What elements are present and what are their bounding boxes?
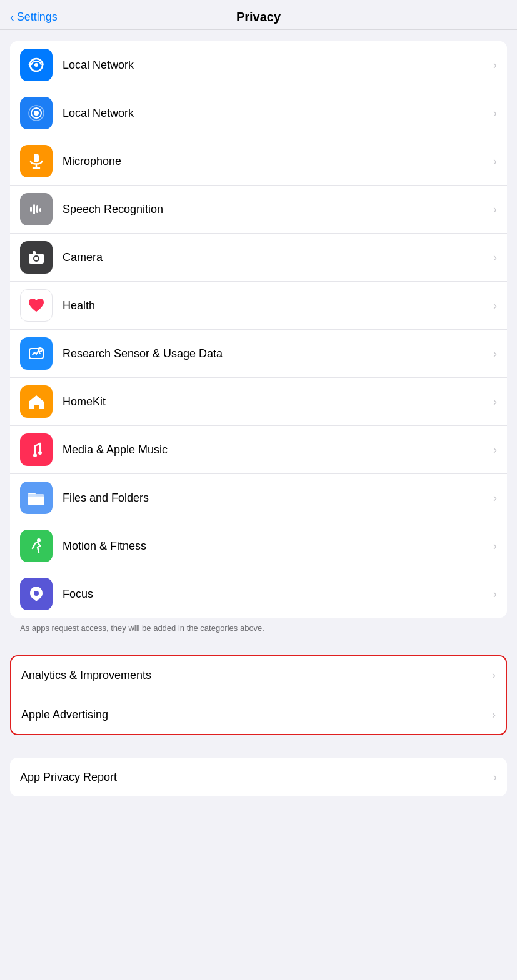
media-apple-music-chevron: › xyxy=(493,443,497,457)
list-item-camera[interactable]: Camera › xyxy=(10,234,507,282)
files-folders-label: Files and Folders xyxy=(63,492,488,505)
speech-recognition-label: Speech Recognition xyxy=(63,203,488,216)
focus-label: Focus xyxy=(63,588,488,601)
apple-advertising-label: Apple Advertising xyxy=(21,708,487,721)
list-item-motion-fitness[interactable]: Motion & Fitness › xyxy=(10,522,507,570)
local-network-icon xyxy=(20,49,53,81)
analytics-improvements-chevron: › xyxy=(492,669,496,682)
svg-rect-10 xyxy=(36,205,38,213)
local-network-chevron-icon: › xyxy=(493,59,497,72)
list-item-nearby-interactions[interactable]: Local Network › xyxy=(10,89,507,137)
motion-fitness-icon xyxy=(20,530,53,562)
header: ‹ Settings Privacy xyxy=(0,0,517,30)
list-item-health[interactable]: Health › xyxy=(10,282,507,330)
back-button[interactable]: ‹ Settings xyxy=(10,10,58,24)
microphone-chevron: › xyxy=(493,155,497,168)
app-privacy-report-section: App Privacy Report › xyxy=(10,758,507,796)
speech-recognition-chevron: › xyxy=(493,203,497,216)
homekit-chevron: › xyxy=(493,395,497,408)
svg-point-18 xyxy=(33,453,37,457)
research-sensor-label: Research Sensor & Usage Data xyxy=(63,347,488,360)
microphone-label: Microphone xyxy=(63,155,488,168)
analytics-improvements-label: Analytics & Improvements xyxy=(21,669,487,682)
list-item-homekit[interactable]: HomeKit › xyxy=(10,378,507,426)
svg-point-19 xyxy=(38,451,42,455)
nearby-interactions-chevron: › xyxy=(493,107,497,120)
health-icon xyxy=(20,289,53,322)
app-privacy-report-label: App Privacy Report xyxy=(20,771,488,784)
svg-rect-5 xyxy=(34,154,39,162)
homekit-label: HomeKit xyxy=(63,395,488,408)
svg-rect-8 xyxy=(30,207,32,212)
nearby-interactions-label: Local Network xyxy=(63,107,488,120)
section-note: As apps request access, they will be add… xyxy=(0,618,517,644)
list-item-analytics-improvements[interactable]: Analytics & Improvements › xyxy=(11,656,506,695)
nearby-interactions-icon xyxy=(20,97,53,129)
health-label: Health xyxy=(63,299,488,312)
list-item-focus[interactable]: Focus › xyxy=(10,570,507,618)
motion-fitness-label: Motion & Fitness xyxy=(63,540,488,553)
list-item-local-network[interactable]: Local Network › xyxy=(10,41,507,89)
privacy-list-section: Local Network › Local Network › Micropho… xyxy=(10,41,507,618)
page-title: Privacy xyxy=(236,10,281,24)
list-item-media-apple-music[interactable]: Media & Apple Music › xyxy=(10,426,507,474)
app-privacy-report-chevron: › xyxy=(493,771,497,784)
apple-advertising-chevron: › xyxy=(492,708,496,721)
svg-rect-11 xyxy=(39,208,41,212)
camera-label: Camera xyxy=(63,251,488,264)
local-network-label: Local Network xyxy=(63,59,488,72)
list-item-research-sensor[interactable]: Research Sensor & Usage Data › xyxy=(10,330,507,378)
back-chevron-icon: ‹ xyxy=(10,10,14,24)
list-item-app-privacy-report[interactable]: App Privacy Report › xyxy=(10,758,507,796)
analytics-section: Analytics & Improvements › Apple Adverti… xyxy=(10,655,507,735)
speech-recognition-icon xyxy=(20,193,53,225)
media-apple-music-icon xyxy=(20,433,53,466)
focus-icon xyxy=(20,578,53,610)
svg-point-14 xyxy=(34,257,38,260)
microphone-icon xyxy=(20,145,53,177)
camera-icon xyxy=(20,241,53,274)
svg-point-1 xyxy=(34,63,38,67)
list-item-microphone[interactable]: Microphone › xyxy=(10,137,507,186)
motion-fitness-chevron: › xyxy=(493,540,497,553)
health-chevron: › xyxy=(493,299,497,312)
svg-point-2 xyxy=(34,111,39,116)
svg-point-24 xyxy=(34,591,39,596)
list-item-speech-recognition[interactable]: Speech Recognition › xyxy=(10,186,507,234)
research-sensor-icon xyxy=(20,337,53,370)
list-item-apple-advertising[interactable]: Apple Advertising › xyxy=(11,695,506,734)
svg-rect-9 xyxy=(33,204,35,214)
list-item-files-folders[interactable]: Files and Folders › xyxy=(10,474,507,522)
svg-rect-15 xyxy=(33,251,36,254)
files-folders-icon xyxy=(20,482,53,514)
focus-chevron: › xyxy=(493,588,497,601)
camera-chevron: › xyxy=(493,251,497,264)
research-sensor-chevron: › xyxy=(493,347,497,360)
homekit-icon xyxy=(20,385,53,418)
files-folders-chevron: › xyxy=(493,492,497,505)
back-label: Settings xyxy=(17,11,58,24)
media-apple-music-label: Media & Apple Music xyxy=(63,443,488,457)
